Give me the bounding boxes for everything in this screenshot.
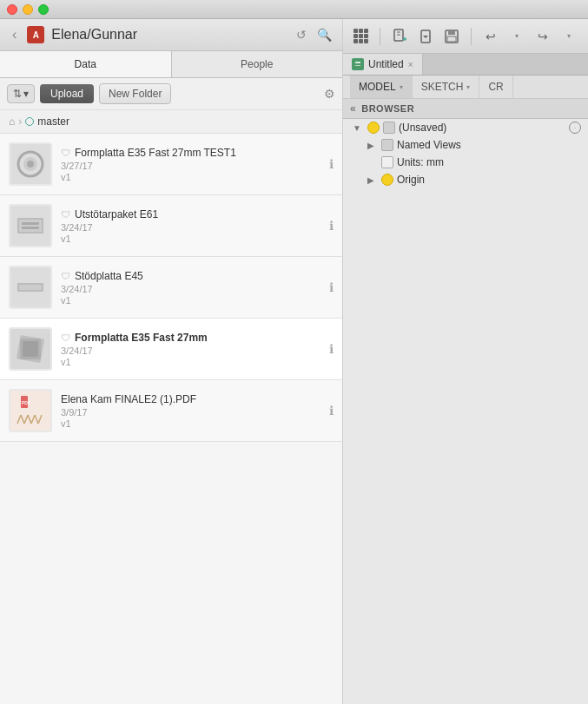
svg-rect-37: [355, 62, 360, 63]
tab-people[interactable]: People: [172, 51, 343, 77]
file-info: 🛡 Formplatta E35 Fast 27mm 3/24/17 v1: [61, 332, 320, 367]
info-icon[interactable]: ℹ: [329, 157, 334, 171]
file-date: 3/24/17: [61, 345, 320, 356]
app-switcher-button[interactable]: [350, 26, 371, 47]
settings-icon[interactable]: ⚙: [324, 87, 335, 101]
svg-rect-35: [447, 36, 456, 42]
info-icon[interactable]: ℹ: [329, 280, 334, 294]
tree-item-origin[interactable]: ▶ Origin: [357, 171, 588, 188]
new-file-icon[interactable]: [389, 26, 410, 47]
file-name: Formplatta E35 Fast 27mm TEST1: [75, 147, 236, 159]
file-thumbnail: [9, 266, 52, 309]
back-button[interactable]: ‹: [9, 27, 20, 43]
tree-item-units[interactable]: Units: mm: [357, 154, 588, 171]
folder-icon: [381, 139, 393, 151]
dot-menu-icon[interactable]: ·: [569, 122, 581, 134]
shield-icon: 🛡: [61, 332, 70, 343]
info-icon[interactable]: ℹ: [329, 342, 334, 356]
redo-icon[interactable]: ↪: [532, 26, 553, 47]
close-button[interactable]: [7, 4, 17, 15]
list-item[interactable]: PDF Elena Kam FINALE2 (1).PDF 3/9/17 v1 …: [0, 380, 342, 442]
info-icon[interactable]: ℹ: [329, 404, 334, 418]
sort-button[interactable]: ⇅ ▾: [7, 84, 35, 103]
redo-dropdown-icon[interactable]: ▾: [558, 26, 579, 47]
file-name: Stödplatta E45: [75, 270, 143, 282]
right-panel: ↩ ▾ ↪ ▾ Untitled × MODEL: [343, 19, 588, 704]
branch-circle-icon: [25, 117, 34, 126]
file-info: 🛡 Formplatta E35 Fast 27mm TEST1 3/27/17…: [61, 147, 320, 182]
light-bulb-icon: [367, 122, 380, 134]
doc-tab-icon: [352, 58, 364, 70]
file-list: 🛡 Formplatta E35 Fast 27mm TEST1 3/27/17…: [0, 134, 342, 704]
refresh-icon[interactable]: ↺: [294, 26, 308, 43]
tree-item-unsaved[interactable]: ▼ (Unsaved) ·: [343, 119, 588, 136]
svg-rect-7: [22, 222, 39, 225]
list-item[interactable]: 🛡 Stödplatta E45 3/24/17 v1 ℹ: [0, 257, 342, 319]
undo-dropdown-icon[interactable]: ▾: [506, 26, 527, 47]
shield-icon: 🛡: [61, 271, 70, 281]
doc-icon: [381, 156, 393, 168]
file-name: Formplatta E35 Fast 27mm: [75, 332, 208, 344]
list-item[interactable]: 🛡 Formplatta E35 Fast 27mm TEST1 3/27/17…: [0, 134, 342, 195]
cr-mode-button[interactable]: CR: [479, 76, 512, 98]
file-date: 3/24/17: [61, 222, 320, 233]
doc-tab-label: Untitled: [368, 58, 404, 70]
svg-point-3: [27, 161, 34, 168]
svg-rect-15: [23, 341, 38, 357]
file-date: 3/24/17: [61, 284, 320, 294]
doc-tab[interactable]: Untitled ×: [343, 54, 423, 75]
new-folder-button[interactable]: New Folder: [99, 83, 171, 104]
cr-mode-label: CR: [488, 81, 503, 93]
workspace-title: Elena/Gunnar: [51, 27, 287, 43]
upload-button[interactable]: Upload: [40, 84, 94, 103]
sketch-mode-label: SKETCH: [421, 81, 464, 93]
file-version: v1: [61, 357, 320, 367]
collapse-icon[interactable]: «: [350, 102, 356, 115]
file-thumbnail: [9, 204, 52, 247]
shield-icon: 🛡: [61, 148, 70, 158]
svg-rect-6: [19, 220, 42, 232]
svg-rect-38: [355, 65, 360, 66]
tree-item-label: Units: mm: [397, 156, 444, 168]
search-icon[interactable]: 🔍: [315, 26, 334, 43]
sketch-chevron-icon: ▾: [466, 83, 470, 91]
browser-panel: « BROWSER ▼ (Unsaved) · ▶ Named Views: [343, 99, 588, 704]
doc-close-button[interactable]: ×: [408, 60, 413, 69]
file-version: v1: [61, 234, 320, 244]
breadcrumb-separator: ›: [18, 115, 22, 128]
model-mode-button[interactable]: MODEL ▾: [350, 76, 413, 98]
file-name: Elena Kam FINALE2 (1).PDF: [61, 393, 196, 405]
left-panel-header: ‹ A Elena/Gunnar ↺ 🔍: [0, 19, 342, 51]
tree-item-named-views[interactable]: ▶ Named Views: [357, 136, 588, 154]
maximize-button[interactable]: [38, 4, 49, 15]
sketch-mode-button[interactable]: SKETCH ▾: [413, 76, 480, 98]
svg-rect-34: [448, 30, 455, 35]
save-icon[interactable]: [441, 26, 462, 47]
file-thumbnail: [9, 327, 52, 371]
breadcrumb: ⌂ › master: [0, 110, 342, 134]
browser-label: BROWSER: [361, 103, 414, 114]
undo-icon[interactable]: ↩: [480, 26, 501, 47]
shield-icon: 🛡: [61, 209, 70, 220]
right-toolbar: ↩ ▾ ↪ ▾: [343, 19, 588, 54]
file-version: v1: [61, 418, 320, 429]
tab-data[interactable]: Data: [0, 51, 172, 77]
browser-header: « BROWSER: [343, 99, 588, 119]
folder-icon: [383, 122, 395, 134]
minimize-button[interactable]: [23, 4, 33, 15]
svg-rect-36: [353, 60, 362, 69]
list-item[interactable]: 🛡 Formplatta E35 Fast 27mm 3/24/17 v1 ℹ: [0, 319, 342, 380]
svg-rect-8: [22, 227, 39, 229]
svg-text:PDF: PDF: [22, 400, 30, 405]
toolbar-separator-2: [471, 28, 472, 45]
list-item[interactable]: 🛡 Utstötarpaket E61 3/24/17 v1 ℹ: [0, 195, 342, 257]
svg-rect-16: [10, 391, 50, 431]
info-icon[interactable]: ℹ: [329, 219, 334, 233]
file-dropdown-icon[interactable]: [415, 26, 436, 47]
file-version: v1: [61, 295, 320, 306]
header-actions: ↺ 🔍: [294, 26, 334, 43]
file-date: 3/9/17: [61, 407, 320, 418]
svg-rect-11: [19, 285, 42, 290]
home-icon[interactable]: ⌂: [9, 115, 15, 128]
brand-icon: A: [27, 26, 44, 43]
